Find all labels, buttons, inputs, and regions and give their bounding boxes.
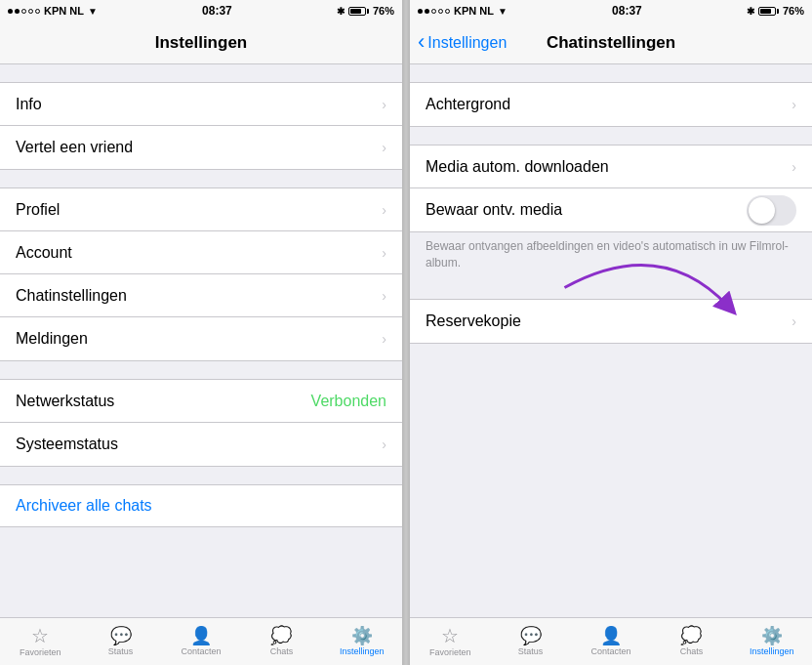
chatinstellingen-item[interactable]: Chatinstellingen › [0,274,402,317]
tab-contacten[interactable]: 👤 Contacten [161,618,241,665]
battery-percent: 76% [373,5,394,17]
chevron-icon: › [382,331,386,347]
phone-divider [402,0,410,665]
chevron-icon: › [382,436,386,452]
vertel-item[interactable]: Vertel een vriend › [0,126,402,169]
person-icon: 👤 [600,627,622,644]
chevron-icon: › [792,313,796,329]
wifi-icon: ▼ [88,6,98,17]
left-settings-list: Info › Vertel een vriend › Profiel › Acc… [0,64,402,617]
battery-icon [348,7,369,16]
chevron-icon: › [382,288,386,304]
left-tab-bar: ☆ Favorieten 💬 Status 👤 Contacten 💭 Chat… [0,617,402,665]
chat-icon: 💬 [110,627,132,644]
tab-chats-r[interactable]: 💭 Chats [651,618,731,665]
left-screen: KPN NL ▼ 08:37 ✱ 76% Instellingen Info › [0,0,402,665]
bluetooth-icon: ✱ [747,6,754,17]
tab-instellingen[interactable]: ⚙️ Instellingen [322,618,402,665]
right-group-1: Achtergrond › [410,82,812,127]
left-group-1: Info › Vertel een vriend › [0,82,402,170]
tab-chats[interactable]: 💭 Chats [241,618,321,665]
media-download-item[interactable]: Media autom. downloaden › [410,145,812,188]
tab-favorieten-r[interactable]: ☆ Favorieten [410,618,490,665]
person-icon: 👤 [190,627,212,644]
bewaar-media-item[interactable]: Bewaar ontv. media [410,188,812,231]
chevron-icon: › [382,245,386,261]
bewaar-media-toggle[interactable] [747,195,796,226]
archive-button[interactable]: Archiveer alle chats [0,484,402,527]
tab-favorieten[interactable]: ☆ Favorieten [0,618,80,665]
back-chevron-icon: ‹ [418,31,425,53]
battery-icon [758,7,779,16]
right-tab-bar: ☆ Favorieten 💬 Status 👤 Contacten 💭 Chat… [410,617,812,665]
chevron-icon: › [382,140,386,155]
gear-icon: ⚙️ [761,627,783,644]
chevron-icon: › [792,97,796,112]
profiel-item[interactable]: Profiel › [0,188,402,231]
tab-status-r[interactable]: 💬 Status [490,618,570,665]
achtergrond-item[interactable]: Achtergrond › [410,83,812,126]
info-item[interactable]: Info › [0,83,402,126]
time-label: 08:37 [202,4,232,18]
bubble-icon: 💭 [680,627,702,644]
right-settings-list: Achtergrond › Media autom. downloaden › … [410,64,812,617]
left-status-bar: KPN NL ▼ 08:37 ✱ 76% [0,0,402,21]
star-icon: ☆ [441,626,459,645]
left-group-2: Profiel › Account › Chatinstellingen › M… [0,187,402,361]
bubble-icon: 💭 [270,627,292,644]
chevron-icon: › [382,97,386,112]
wifi-icon: ▼ [498,6,508,17]
battery-percent: 76% [783,5,804,17]
netwerkstatus-item[interactable]: Netwerkstatus Verbonden [0,380,402,423]
signal-dots [8,9,40,14]
chevron-icon: › [382,202,386,218]
chevron-icon: › [792,159,796,175]
back-button[interactable]: ‹ Instellingen [418,33,507,53]
gear-icon: ⚙️ [351,627,373,644]
right-screen-content: Achtergrond › Media autom. downloaden › … [410,64,812,617]
bluetooth-icon: ✱ [337,6,345,17]
time-label: 08:37 [612,4,642,18]
account-item[interactable]: Account › [0,231,402,274]
right-group-2: Media autom. downloaden › Bewaar ontv. m… [410,145,812,232]
right-nav-title: Chatinstellingen [547,33,675,53]
reservekopie-item[interactable]: Reservekopie › [410,300,812,343]
left-nav-title: Instellingen [155,33,247,53]
carrier-label: KPN NL [454,5,494,17]
right-nav-bar: ‹ Instellingen Chatinstellingen [410,21,812,64]
systeemstatus-item[interactable]: Systeemstatus › [0,423,402,466]
star-icon: ☆ [31,626,49,645]
meldingen-item[interactable]: Meldingen › [0,317,402,360]
left-group-3: Netwerkstatus Verbonden Systeemstatus › [0,379,402,467]
bewaar-media-description: Bewaar ontvangen afbeeldingen en video's… [410,232,812,281]
signal-dots [418,9,450,14]
tab-contacten-r[interactable]: 👤 Contacten [571,618,651,665]
right-status-bar: KPN NL ▼ 08:37 ✱ 76% [410,0,812,21]
right-group-3: Reservekopie › [410,299,812,344]
carrier-label: KPN NL [44,5,84,17]
tab-instellingen-r[interactable]: ⚙️ Instellingen [732,618,812,665]
right-screen: KPN NL ▼ 08:37 ✱ 76% ‹ Instellingen Chat… [410,0,812,665]
chat-icon: 💬 [520,627,542,644]
left-nav-bar: Instellingen [0,21,402,64]
tab-status[interactable]: 💬 Status [80,618,160,665]
